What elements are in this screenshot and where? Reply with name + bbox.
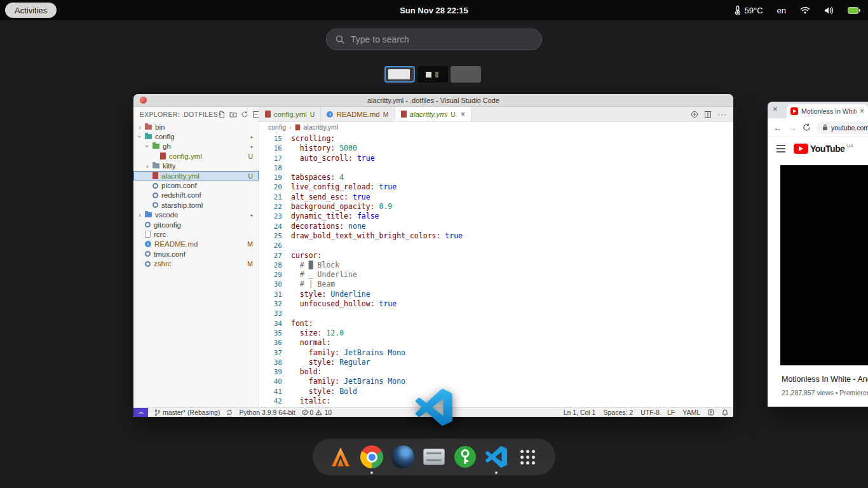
dock-vscode-icon[interactable]: [484, 444, 509, 470]
battery-icon[interactable]: [848, 7, 860, 14]
temperature-indicator[interactable]: 59°C: [735, 5, 763, 15]
tree-item-vscode[interactable]: ›vscode●: [133, 210, 259, 220]
dock-alacritty-icon[interactable]: [328, 444, 353, 470]
sync-button[interactable]: [226, 409, 233, 416]
workspace-thumbnail-3[interactable]: [451, 66, 481, 83]
code-text: style: Regular: [282, 358, 370, 367]
chrome-toolbar: ← → youtube.com/wa: [768, 118, 868, 137]
eol-sequence[interactable]: LF: [667, 409, 675, 416]
dock-keepassxc-icon[interactable]: [452, 444, 478, 470]
browser-tab[interactable]: Motionless In White - ×: [787, 104, 868, 118]
new-file-icon[interactable]: [218, 111, 226, 118]
tree-item-gitconfig[interactable]: gitconfig: [133, 220, 259, 229]
code-text: style: Bold: [282, 387, 357, 396]
tree-item-starship.toml[interactable]: starship.toml: [133, 200, 259, 210]
code-line-33: 33: [259, 309, 733, 318]
chrome-window-close-button[interactable]: ×: [773, 105, 778, 113]
thermometer-icon: [735, 5, 741, 15]
md-file-icon: i: [327, 111, 333, 118]
language-mode[interactable]: YAML: [682, 409, 700, 416]
tree-item-rcrc[interactable]: rcrc: [133, 229, 259, 239]
tree-item-alacritty.yml[interactable]: alacritty.ymlU: [133, 171, 259, 180]
md-file-icon: i: [145, 241, 151, 247]
tree-item-kitty[interactable]: ›kitty: [133, 161, 259, 171]
menu-icon[interactable]: [776, 145, 785, 152]
volume-icon[interactable]: [824, 6, 834, 15]
git-branch-status[interactable]: master* (Rebasing): [154, 409, 220, 416]
indentation[interactable]: Spaces: 2: [603, 409, 633, 416]
code-line-31: 31 style: Underline: [259, 290, 733, 299]
tab-close-icon[interactable]: ×: [860, 107, 864, 116]
tree-item-gh[interactable]: ›gh●: [133, 142, 259, 151]
editor-more-icon[interactable]: ···: [717, 110, 727, 119]
code-line-23: 23dynamic_title: false: [259, 212, 733, 221]
warnings-icon: [315, 409, 322, 416]
editor-tab-README.md[interactable]: iREADME.mdM: [321, 107, 395, 121]
changes-dot: ●: [250, 213, 253, 217]
video-player[interactable]: [780, 165, 868, 365]
prettier-icon[interactable]: [708, 409, 714, 416]
tree-item-config.yml[interactable]: config.ymlU: [133, 151, 259, 161]
wifi-icon[interactable]: [800, 6, 810, 14]
overview-search[interactable]: [326, 29, 542, 50]
python-interpreter[interactable]: Python 3.9.9 64-bit: [239, 409, 295, 416]
line-number: 39: [259, 367, 282, 377]
file-label: kitty: [163, 162, 175, 170]
address-bar[interactable]: youtube.com/wa: [817, 121, 868, 134]
tree-item-bin[interactable]: ›bin: [133, 122, 259, 132]
code-line-39: 39 bold:: [259, 367, 733, 377]
tree-item-tmux.conf[interactable]: tmux.conf: [133, 249, 259, 259]
breadcrumb-file[interactable]: alacritty.yml: [304, 123, 339, 131]
tree-item-README.md[interactable]: iREADME.mdM: [133, 240, 259, 249]
code-line-38: 38 style: Regular: [259, 358, 733, 367]
editor-tab-config.yml[interactable]: config.ymlU: [259, 107, 321, 121]
dock-app-grid-icon[interactable]: [515, 444, 540, 470]
workspace-thumbnail-2[interactable]: [417, 66, 448, 83]
encoding[interactable]: UTF-8: [641, 409, 660, 416]
split-editor-icon[interactable]: [704, 111, 712, 118]
chrome-window[interactable]: × Motionless In White - × ← → youtube.co…: [768, 102, 868, 407]
refresh-icon[interactable]: [241, 111, 248, 118]
line-number: 26: [259, 241, 282, 250]
line-number: 30: [259, 280, 282, 289]
editor-tab-alacritty.yml[interactable]: alacritty.ymlU×: [395, 107, 471, 121]
vscode-window[interactable]: alacritty.yml - .dotfiles - Visual Studi…: [133, 94, 733, 417]
git-status-badge: U: [451, 111, 456, 118]
back-button[interactable]: ←: [773, 123, 782, 132]
tree-item-config[interactable]: ›config●: [133, 132, 259, 141]
youtube-region: UA: [846, 143, 853, 149]
open-changes-icon[interactable]: [691, 111, 698, 118]
window-close-button[interactable]: [140, 97, 147, 104]
search-input[interactable]: [351, 34, 532, 44]
tab-close-icon[interactable]: ×: [461, 110, 465, 119]
keyboard-layout[interactable]: en: [777, 6, 786, 15]
forward-button[interactable]: →: [788, 123, 797, 132]
dock-files-icon[interactable]: [421, 444, 447, 470]
tree-item-picom.conf[interactable]: picom.conf: [133, 180, 259, 190]
remote-indicator[interactable]: ><: [133, 408, 148, 417]
gear-file-icon: [145, 261, 151, 267]
new-folder-icon[interactable]: [229, 111, 237, 118]
tree-item-zshrc[interactable]: zshrcM: [133, 259, 259, 268]
tree-item-redshift.conf[interactable]: redshift.conf: [133, 191, 259, 200]
tab-label: README.md: [336, 111, 379, 118]
dock-chrome-icon[interactable]: [359, 444, 384, 470]
collapse-all-icon[interactable]: [252, 111, 259, 118]
notifications-bell-icon[interactable]: [722, 409, 728, 416]
reload-icon[interactable]: [803, 123, 811, 132]
code-editor[interactable]: 15scrolling:16 history: 500017 auto_scro…: [259, 132, 733, 407]
file-label: vscode: [155, 211, 178, 219]
cursor-position[interactable]: Ln 1, Col 1: [564, 409, 596, 416]
system-tray[interactable]: 59°C en: [735, 0, 860, 20]
dock-eclipse-icon[interactable]: [390, 444, 416, 470]
breadcrumb-folder[interactable]: config: [268, 123, 286, 131]
vscode-app-icon[interactable]: [416, 389, 452, 426]
vscode-titlebar[interactable]: alacritty.yml - .dotfiles - Visual Studi…: [133, 94, 733, 107]
youtube-logo[interactable]: YouTube UA: [794, 144, 853, 154]
code-text: decorations: none: [282, 222, 366, 231]
errors-icon: [302, 409, 308, 416]
workspace-thumbnail-1[interactable]: [384, 66, 415, 83]
chevron-expanded-icon: ›: [136, 133, 144, 140]
problems-status[interactable]: 0 10: [302, 409, 332, 416]
code-text: # | Beam: [282, 280, 335, 289]
